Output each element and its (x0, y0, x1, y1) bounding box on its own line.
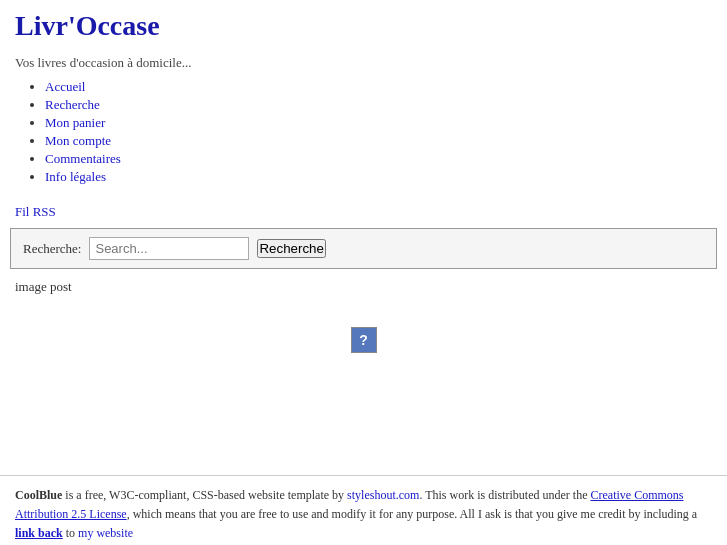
footer: CoolBlue is a free, W3C-compliant, CSS-b… (0, 475, 727, 545)
nav-item-panier[interactable]: Mon panier (45, 115, 712, 131)
nav-link-panier[interactable]: Mon panier (45, 115, 105, 130)
nav-link-info-legales[interactable]: Info légales (45, 169, 106, 184)
nav-item-commentaires[interactable]: Commentaires (45, 151, 712, 167)
nav-link-compte[interactable]: Mon compte (45, 133, 111, 148)
search-input[interactable] (89, 237, 249, 260)
search-button[interactable]: Recherche (257, 239, 325, 258)
post-title: image post (15, 279, 712, 295)
nav-item-accueil[interactable]: Accueil (45, 79, 712, 95)
footer-desc-4: to (63, 526, 78, 540)
nav-link-commentaires[interactable]: Commentaires (45, 151, 121, 166)
footer-desc-2: . This work is distributed under the (419, 488, 590, 502)
footer-desc-3: , which means that you are free to use a… (127, 507, 698, 521)
footer-brand: CoolBlue (15, 488, 62, 502)
nav-link-recherche[interactable]: Recherche (45, 97, 100, 112)
footer-my-website-link[interactable]: my website (78, 526, 133, 540)
nav-list: Accueil Recherche Mon panier Mon compte … (15, 79, 712, 185)
nav-item-info-legales[interactable]: Info légales (45, 169, 712, 185)
search-bar: Recherche: Recherche (10, 228, 717, 269)
nav-item-compte[interactable]: Mon compte (45, 133, 712, 149)
image-placeholder: ? (349, 325, 379, 355)
footer-desc-1: is a free, W3C-compliant, CSS-based webs… (62, 488, 347, 502)
broken-image-icon: ? (351, 327, 377, 353)
site-title: Livr'Occase (15, 10, 712, 42)
nav-item-recherche[interactable]: Recherche (45, 97, 712, 113)
nav-link-accueil[interactable]: Accueil (45, 79, 85, 94)
search-label: Recherche: (23, 241, 81, 257)
footer-author-link[interactable]: styleshout.com (347, 488, 419, 502)
site-tagline: Vos livres d'occasion à domicile... (15, 55, 712, 71)
rss-link[interactable]: Fil RSS (15, 204, 56, 219)
footer-link-back[interactable]: link back (15, 526, 63, 540)
